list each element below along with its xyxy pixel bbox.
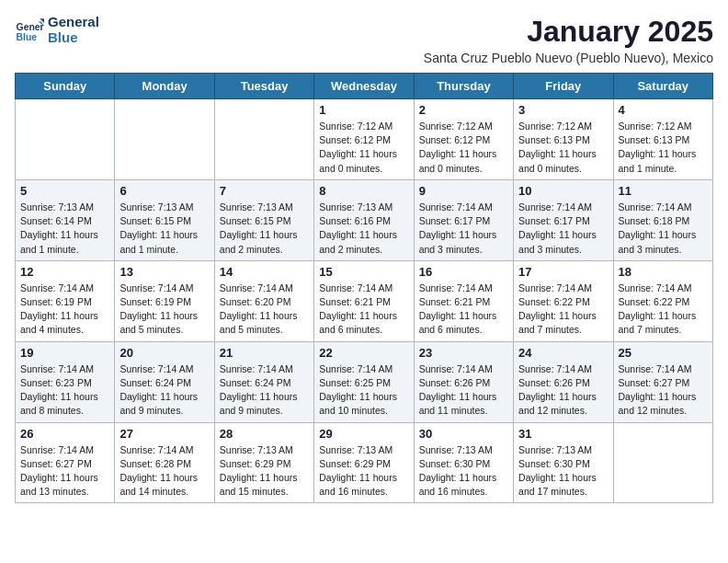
day-number: 28 bbox=[220, 427, 309, 441]
calendar-cell: 15Sunrise: 7:14 AM Sunset: 6:21 PM Dayli… bbox=[314, 260, 414, 341]
calendar-cell: 28Sunrise: 7:13 AM Sunset: 6:29 PM Dayli… bbox=[214, 422, 313, 503]
day-info: Sunrise: 7:13 AM Sunset: 6:16 PM Dayligh… bbox=[319, 201, 408, 257]
calendar-cell: 2Sunrise: 7:12 AM Sunset: 6:12 PM Daylig… bbox=[414, 99, 513, 180]
calendar-cell bbox=[214, 99, 313, 180]
calendar-week-row: 12Sunrise: 7:14 AM Sunset: 6:19 PM Dayli… bbox=[16, 260, 713, 341]
calendar-cell: 26Sunrise: 7:14 AM Sunset: 6:27 PM Dayli… bbox=[16, 422, 115, 503]
day-number: 2 bbox=[419, 103, 508, 117]
month-title: January 2025 bbox=[424, 15, 713, 49]
calendar-cell: 25Sunrise: 7:14 AM Sunset: 6:27 PM Dayli… bbox=[613, 341, 712, 422]
calendar-cell: 27Sunrise: 7:14 AM Sunset: 6:28 PM Dayli… bbox=[115, 422, 214, 503]
calendar-cell: 7Sunrise: 7:13 AM Sunset: 6:15 PM Daylig… bbox=[214, 179, 313, 260]
calendar-cell bbox=[115, 99, 214, 180]
calendar-cell: 22Sunrise: 7:14 AM Sunset: 6:25 PM Dayli… bbox=[314, 341, 414, 422]
title-block: January 2025 Santa Cruz Pueblo Nuevo (Pu… bbox=[424, 15, 713, 65]
calendar-cell: 3Sunrise: 7:12 AM Sunset: 6:13 PM Daylig… bbox=[514, 99, 613, 180]
day-number: 15 bbox=[319, 265, 408, 279]
day-number: 22 bbox=[319, 346, 408, 360]
day-number: 10 bbox=[518, 184, 608, 198]
svg-text:General: General bbox=[17, 22, 44, 32]
day-number: 5 bbox=[20, 184, 109, 198]
calendar-header-row: SundayMondayTuesdayWednesdayThursdayFrid… bbox=[16, 74, 713, 99]
day-info: Sunrise: 7:12 AM Sunset: 6:13 PM Dayligh… bbox=[518, 120, 608, 176]
day-number: 14 bbox=[220, 265, 309, 279]
day-info: Sunrise: 7:14 AM Sunset: 6:22 PM Dayligh… bbox=[619, 282, 708, 338]
calendar-cell: 17Sunrise: 7:14 AM Sunset: 6:22 PM Dayli… bbox=[514, 260, 613, 341]
day-info: Sunrise: 7:14 AM Sunset: 6:22 PM Dayligh… bbox=[518, 282, 608, 338]
calendar-cell: 21Sunrise: 7:14 AM Sunset: 6:24 PM Dayli… bbox=[214, 341, 313, 422]
calendar-cell: 31Sunrise: 7:13 AM Sunset: 6:30 PM Dayli… bbox=[514, 422, 613, 503]
calendar-cell: 6Sunrise: 7:13 AM Sunset: 6:15 PM Daylig… bbox=[115, 179, 214, 260]
col-header-sunday: Sunday bbox=[16, 74, 115, 99]
page-header: General Blue General Blue January 2025 S… bbox=[15, 15, 713, 65]
calendar-cell: 12Sunrise: 7:14 AM Sunset: 6:19 PM Dayli… bbox=[16, 260, 115, 341]
day-info: Sunrise: 7:14 AM Sunset: 6:26 PM Dayligh… bbox=[518, 362, 608, 419]
calendar-cell: 19Sunrise: 7:14 AM Sunset: 6:23 PM Dayli… bbox=[16, 341, 115, 422]
calendar-cell: 1Sunrise: 7:12 AM Sunset: 6:12 PM Daylig… bbox=[314, 99, 414, 180]
day-number: 30 bbox=[419, 427, 508, 441]
calendar-week-row: 26Sunrise: 7:14 AM Sunset: 6:27 PM Dayli… bbox=[16, 422, 713, 503]
day-info: Sunrise: 7:14 AM Sunset: 6:19 PM Dayligh… bbox=[119, 282, 209, 338]
day-info: Sunrise: 7:14 AM Sunset: 6:20 PM Dayligh… bbox=[220, 282, 309, 338]
day-number: 25 bbox=[619, 346, 708, 360]
day-info: Sunrise: 7:13 AM Sunset: 6:15 PM Dayligh… bbox=[220, 201, 309, 257]
day-info: Sunrise: 7:13 AM Sunset: 6:30 PM Dayligh… bbox=[518, 443, 608, 500]
calendar-cell: 11Sunrise: 7:14 AM Sunset: 6:18 PM Dayli… bbox=[613, 179, 712, 260]
day-number: 3 bbox=[518, 103, 608, 117]
calendar-cell bbox=[613, 422, 712, 503]
day-info: Sunrise: 7:14 AM Sunset: 6:23 PM Dayligh… bbox=[20, 362, 109, 419]
day-number: 17 bbox=[518, 265, 608, 279]
day-number: 21 bbox=[220, 346, 309, 360]
calendar-cell: 8Sunrise: 7:13 AM Sunset: 6:16 PM Daylig… bbox=[314, 179, 414, 260]
day-info: Sunrise: 7:14 AM Sunset: 6:21 PM Dayligh… bbox=[419, 282, 508, 338]
calendar: SundayMondayTuesdayWednesdayThursdayFrid… bbox=[15, 73, 713, 503]
day-info: Sunrise: 7:13 AM Sunset: 6:29 PM Dayligh… bbox=[319, 443, 408, 500]
day-number: 26 bbox=[20, 427, 109, 441]
logo: General Blue General Blue bbox=[15, 15, 99, 45]
day-info: Sunrise: 7:13 AM Sunset: 6:30 PM Dayligh… bbox=[419, 443, 508, 500]
calendar-cell: 29Sunrise: 7:13 AM Sunset: 6:29 PM Dayli… bbox=[314, 422, 414, 503]
day-info: Sunrise: 7:14 AM Sunset: 6:19 PM Dayligh… bbox=[20, 282, 109, 338]
day-number: 29 bbox=[319, 427, 408, 441]
day-info: Sunrise: 7:12 AM Sunset: 6:12 PM Dayligh… bbox=[419, 120, 508, 176]
day-info: Sunrise: 7:14 AM Sunset: 6:24 PM Dayligh… bbox=[119, 362, 209, 419]
day-info: Sunrise: 7:14 AM Sunset: 6:24 PM Dayligh… bbox=[220, 362, 309, 419]
day-info: Sunrise: 7:14 AM Sunset: 6:18 PM Dayligh… bbox=[619, 201, 708, 257]
day-number: 6 bbox=[119, 184, 209, 198]
calendar-cell: 10Sunrise: 7:14 AM Sunset: 6:17 PM Dayli… bbox=[514, 179, 613, 260]
calendar-cell: 5Sunrise: 7:13 AM Sunset: 6:14 PM Daylig… bbox=[16, 179, 115, 260]
logo-text-blue: Blue bbox=[48, 30, 99, 46]
day-number: 27 bbox=[119, 427, 209, 441]
day-number: 24 bbox=[518, 346, 608, 360]
day-number: 31 bbox=[518, 427, 608, 441]
day-info: Sunrise: 7:14 AM Sunset: 6:26 PM Dayligh… bbox=[419, 362, 508, 419]
calendar-cell: 24Sunrise: 7:14 AM Sunset: 6:26 PM Dayli… bbox=[514, 341, 613, 422]
col-header-friday: Friday bbox=[514, 74, 613, 99]
col-header-tuesday: Tuesday bbox=[214, 74, 313, 99]
calendar-cell: 14Sunrise: 7:14 AM Sunset: 6:20 PM Dayli… bbox=[214, 260, 313, 341]
calendar-week-row: 19Sunrise: 7:14 AM Sunset: 6:23 PM Dayli… bbox=[16, 341, 713, 422]
day-number: 20 bbox=[119, 346, 209, 360]
calendar-cell: 16Sunrise: 7:14 AM Sunset: 6:21 PM Dayli… bbox=[414, 260, 513, 341]
day-number: 7 bbox=[220, 184, 309, 198]
col-header-saturday: Saturday bbox=[613, 74, 712, 99]
col-header-thursday: Thursday bbox=[414, 74, 513, 99]
day-number: 12 bbox=[20, 265, 109, 279]
svg-text:Blue: Blue bbox=[17, 32, 38, 42]
logo-icon: General Blue bbox=[15, 16, 44, 45]
day-number: 13 bbox=[119, 265, 209, 279]
calendar-week-row: 5Sunrise: 7:13 AM Sunset: 6:14 PM Daylig… bbox=[16, 179, 713, 260]
day-number: 4 bbox=[619, 103, 708, 117]
col-header-monday: Monday bbox=[115, 74, 214, 99]
calendar-cell: 13Sunrise: 7:14 AM Sunset: 6:19 PM Dayli… bbox=[115, 260, 214, 341]
day-number: 9 bbox=[419, 184, 508, 198]
day-number: 16 bbox=[419, 265, 508, 279]
calendar-cell: 20Sunrise: 7:14 AM Sunset: 6:24 PM Dayli… bbox=[115, 341, 214, 422]
day-info: Sunrise: 7:14 AM Sunset: 6:25 PM Dayligh… bbox=[319, 362, 408, 419]
calendar-week-row: 1Sunrise: 7:12 AM Sunset: 6:12 PM Daylig… bbox=[16, 99, 713, 180]
calendar-cell: 30Sunrise: 7:13 AM Sunset: 6:30 PM Dayli… bbox=[414, 422, 513, 503]
day-info: Sunrise: 7:14 AM Sunset: 6:27 PM Dayligh… bbox=[619, 362, 708, 419]
day-info: Sunrise: 7:14 AM Sunset: 6:21 PM Dayligh… bbox=[319, 282, 408, 338]
location-title: Santa Cruz Pueblo Nuevo (Pueblo Nuevo), … bbox=[424, 51, 713, 65]
calendar-cell: 23Sunrise: 7:14 AM Sunset: 6:26 PM Dayli… bbox=[414, 341, 513, 422]
